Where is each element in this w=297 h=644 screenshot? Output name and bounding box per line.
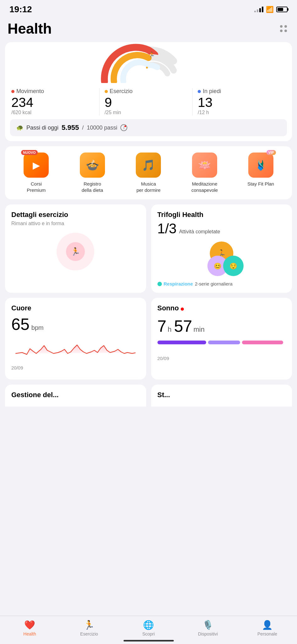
feature-label-stayfit: Stay Fit Plan [247, 181, 274, 187]
wifi-icon: 📶 [266, 6, 274, 13]
circle-teal: 😌 [223, 256, 244, 276]
heart-unit: bpm [31, 324, 44, 331]
movimento-label: Movimento [16, 88, 44, 95]
signal-icon [254, 7, 263, 12]
heart-chart [11, 336, 140, 361]
nav-health-label: Health [23, 631, 36, 636]
nav-esercizio[interactable]: 🏃 Esercizio [59, 620, 119, 636]
exercise-detail-card[interactable]: Dettagli esercizio Rimani attivo e in fo… [5, 204, 146, 293]
feature-corsi-premium[interactable]: ▶ NUOVO CorsiPremium [8, 153, 64, 193]
trifogli-card[interactable]: Trifogli Health 1/3 Attività completate … [151, 204, 292, 293]
sleep-deep-bar [157, 341, 206, 344]
exercise-subtitle: Rimani attivo e in forma [11, 221, 140, 226]
trifogli-num: 1/3 [157, 221, 177, 236]
scopri-icon: 🌐 [143, 620, 154, 630]
feature-label-musica: Musicaper dormire [136, 181, 161, 193]
nav-scopri-label: Scopri [142, 631, 155, 636]
home-indicator [124, 640, 174, 641]
sleep-minutes: 57 [174, 317, 192, 336]
feature-label-meditazione: Meditazioneconsapevole [191, 181, 218, 193]
svg-text:🏃: 🏃 [149, 52, 155, 58]
nav-personale-label: Personale [257, 631, 277, 636]
page-title: Health [8, 20, 52, 37]
activity-card[interactable]: 🏃 ● Movimento 234 /620 kcal Esercizio 9 … [5, 42, 292, 141]
activity-stats: Movimento 234 /620 kcal Esercizio 9 /25 … [5, 83, 292, 119]
inpiedi-stat: In piedi 13 /12 h [193, 88, 286, 115]
esercizio-label: Esercizio [110, 88, 133, 95]
feature-musica-dormire[interactable]: 🎵 Musicaper dormire [120, 153, 177, 193]
status-time: 19:12 [9, 4, 32, 14]
esercizio-icon: 🏃 [84, 620, 95, 630]
sleep-rem-bar [208, 341, 240, 344]
nav-health[interactable]: ❤️ Health [0, 620, 59, 636]
nav-personale[interactable]: 👤 Personale [238, 620, 297, 636]
feature-meditazione[interactable]: 🪷 Meditazioneconsapevole [177, 153, 233, 193]
esercizio-dot [105, 90, 108, 93]
health-icon: ❤️ [24, 620, 35, 630]
movimento-dot [11, 90, 14, 93]
steps-current: 5.955 [62, 124, 79, 132]
esercizio-stat: Esercizio 9 /25 min [100, 88, 193, 115]
sleep-light-bar [242, 341, 283, 344]
esercizio-value: 9 [105, 96, 188, 109]
activity-rings: 🏃 ● [5, 42, 292, 83]
feature-label-registro: Registrodella dieta [82, 181, 103, 193]
trifogli-circles: 🏃 😊 😌 [157, 242, 286, 276]
heart-title: Cuore [11, 304, 140, 312]
heart-value-row: 65 bpm [11, 315, 140, 334]
info-button[interactable]: i [120, 124, 127, 131]
partial-cards-row: Gestione del... St... [5, 385, 292, 407]
inpiedi-value: 13 [198, 96, 281, 109]
trifogli-sub: Attività completate [179, 229, 220, 235]
features-card: ▶ NUOVO CorsiPremium 🍲 Registrodella die… [5, 146, 292, 199]
steps-goal: / [82, 125, 84, 131]
steps-bar[interactable]: 🐢 Passi di oggi 5.955 / 10000 passi i [10, 119, 287, 136]
partial-card-right: St... [151, 385, 292, 407]
battery-icon [276, 7, 288, 12]
menu-dot [280, 25, 283, 28]
nav-scopri[interactable]: 🌐 Scopri [119, 620, 178, 636]
partial-card-left: Gestione del... [5, 385, 146, 407]
inpiedi-dot [198, 90, 201, 93]
trifogli-count-row: 1/3 Attività completate [157, 221, 286, 236]
heart-card[interactable]: Cuore 65 bpm 20/09 [5, 298, 146, 380]
inpiedi-sub: /12 h [198, 110, 281, 115]
feature-stay-fit[interactable]: 🩱 VIP Stay Fit Plan [233, 153, 289, 193]
feature-registro-dieta[interactable]: 🍲 Registrodella dieta [64, 153, 121, 193]
feature-label-corsi: CorsiPremium [27, 181, 46, 193]
trifogli-title: Trifogli Health [157, 211, 286, 219]
movimento-value: 234 [11, 96, 94, 109]
menu-button[interactable] [278, 23, 289, 35]
exercise-title: Dettagli esercizio [11, 211, 140, 219]
sleep-date: 20/09 [157, 356, 286, 361]
menu-dot [280, 30, 283, 32]
sleep-title: Sonno [157, 304, 179, 312]
movimento-sub: /620 kcal [11, 110, 94, 115]
badge-nuovo: NUOVO [21, 150, 37, 155]
nav-dispositivi[interactable]: 🎙️ Dispositivi [178, 620, 238, 636]
health-metrics-row: Cuore 65 bpm 20/09 Sonno [5, 298, 292, 380]
badge-vip: VIP [267, 150, 276, 155]
sleep-card[interactable]: Sonno 7 h 57 min 20/09 [151, 298, 292, 380]
nav-esercizio-label: Esercizio [80, 631, 98, 636]
page-header: Health [0, 17, 297, 42]
esercizio-sub: /25 min [105, 110, 188, 115]
respirazione-link[interactable]: Respirazione [164, 281, 193, 286]
exercise-visual: 🏃 [11, 233, 140, 270]
sleep-m-unit: min [194, 325, 205, 334]
dispositivi-icon: 🎙️ [202, 620, 213, 630]
steps-emoji: 🐢 [16, 124, 23, 131]
respirazione-desc: 2-serie giornaliera [195, 281, 233, 286]
sleep-bars [157, 341, 286, 344]
steps-label: Passi di oggi [26, 125, 58, 131]
sleep-alert-dot [181, 308, 184, 311]
two-col-section: Dettagli esercizio Rimani attivo e in fo… [5, 204, 292, 293]
heart-date: 20/09 [11, 365, 140, 370]
svg-text:●: ● [146, 65, 148, 70]
rings-svg: 🏃 ● [11, 42, 286, 83]
movimento-stat: Movimento 234 /620 kcal [11, 88, 100, 115]
steps-goal-value: 10000 passi [87, 125, 117, 131]
menu-dot [284, 30, 287, 32]
personale-icon: 👤 [262, 620, 273, 630]
status-icons: 📶 [254, 6, 288, 13]
